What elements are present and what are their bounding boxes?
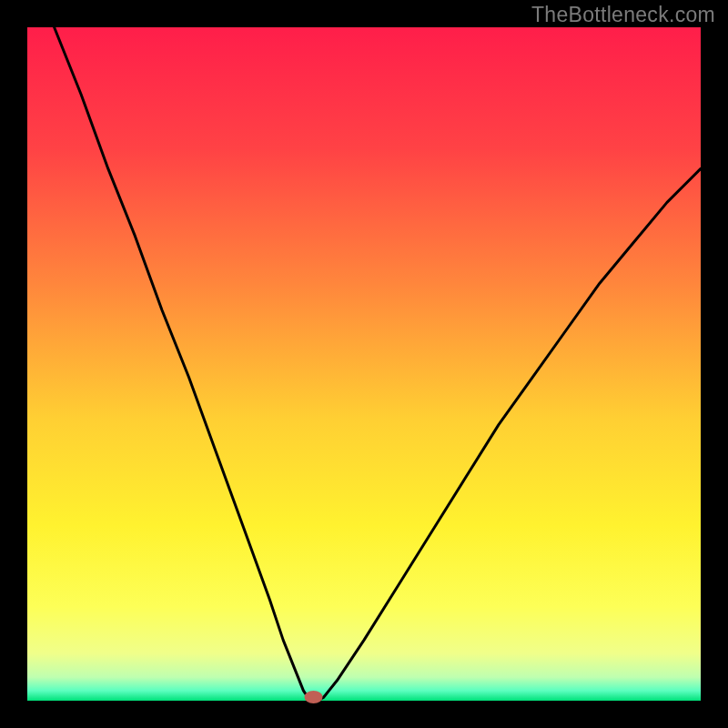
watermark-text: TheBottleneck.com	[531, 3, 715, 27]
chart-frame: TheBottleneck.com	[0, 0, 728, 728]
bottleneck-plot	[0, 0, 728, 728]
gradient-background	[27, 27, 701, 701]
optimum-marker	[305, 691, 323, 703]
